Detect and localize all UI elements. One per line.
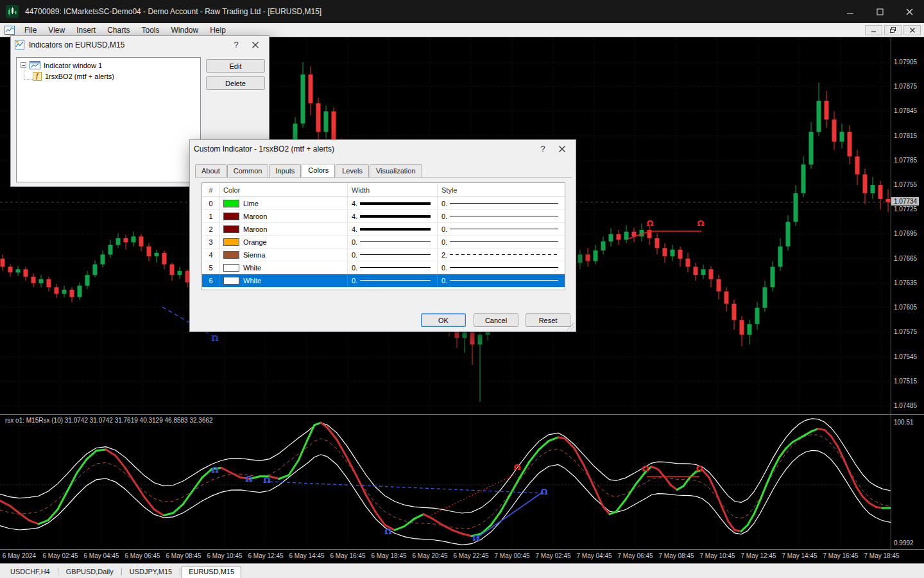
candle: [147, 243, 151, 261]
color-swatch: [223, 200, 239, 207]
candle: [309, 66, 313, 115]
tree-collapse-icon[interactable]: [21, 62, 26, 68]
style-line-sample: [450, 267, 558, 268]
child-close-button[interactable]: [903, 25, 921, 35]
tab-about[interactable]: About: [195, 164, 227, 177]
indicators-dialog-icon: [15, 40, 24, 49]
candle: [755, 302, 760, 329]
style-line-sample: [450, 229, 558, 229]
color-row-4[interactable]: 4Sienna0.2.: [202, 249, 565, 261]
style-value: 0.: [441, 200, 447, 207]
candle: [324, 106, 329, 139]
color-cell: White: [220, 261, 348, 274]
indicators-dialog-titlebar[interactable]: Indicators on EURUSD,M15 ?: [11, 36, 269, 53]
menu-item-tools[interactable]: Tools: [136, 24, 166, 36]
color-row-3[interactable]: 3Orange0.0.: [202, 236, 565, 249]
dialog-close-button[interactable]: [552, 142, 572, 156]
help-button[interactable]: ?: [533, 142, 552, 156]
width-value: 0.: [352, 264, 357, 272]
candle: [717, 275, 721, 299]
time-label: 7 May 16:45: [823, 552, 858, 559]
indicators-tree[interactable]: Indicator window 1 ƒ 1rsxBO2 (mtf + aler…: [16, 57, 201, 182]
width-cell: 0.: [348, 274, 438, 286]
candle: [694, 263, 698, 281]
dialog-close-button[interactable]: [246, 38, 265, 52]
window-maximize-button[interactable]: [865, 0, 894, 23]
price-label: 1.07875: [894, 83, 917, 90]
reset-button[interactable]: Reset: [526, 313, 570, 327]
signal-marker-red: Ω: [513, 462, 520, 472]
colors-table-header: #ColorWidthStyle: [202, 183, 565, 197]
candle: [31, 274, 36, 288]
upper-band-line: [0, 419, 891, 513]
alert-marker-blue: Ω: [211, 333, 218, 343]
candle: [39, 275, 44, 287]
style-cell: 0.: [438, 261, 565, 274]
price-axis[interactable]: 1.079051.078751.078451.078151.077851.077…: [891, 37, 924, 549]
help-button[interactable]: ?: [227, 38, 246, 52]
candle: [740, 316, 744, 346]
time-label: 6 May 2024: [3, 552, 36, 559]
window-close-button[interactable]: [894, 0, 924, 23]
menu-item-file[interactable]: File: [19, 24, 42, 36]
width-line-sample: [360, 241, 431, 242]
color-cell: Sienna: [220, 249, 348, 261]
candle: [786, 215, 791, 250]
child-restore-button[interactable]: [884, 25, 902, 35]
chart-tab-eurusd[interactable]: EURUSD,M15: [182, 566, 241, 578]
close-icon: [910, 28, 915, 33]
candle: [478, 330, 483, 402]
tab-levels[interactable]: Levels: [336, 164, 369, 177]
menu-item-view[interactable]: View: [42, 24, 71, 36]
color-row-1[interactable]: 1Maroon4.0.: [202, 210, 565, 223]
subwindow-splitter[interactable]: [0, 414, 924, 415]
signal-marker-blue: Ω: [540, 487, 547, 496]
menu-item-window[interactable]: Window: [166, 24, 205, 36]
style-cell: 0.: [438, 197, 565, 209]
row-index: 5: [202, 261, 220, 274]
child-minimize-button[interactable]: [865, 25, 882, 35]
tree-item-indicator[interactable]: ƒ 1rsxBO2 (mtf + alerts): [17, 70, 200, 82]
cancel-button[interactable]: Cancel: [474, 313, 518, 327]
style-cell: 0.: [438, 236, 565, 248]
candle: [855, 150, 860, 185]
row-index: 3: [202, 236, 220, 248]
resize-grip[interactable]: [567, 322, 574, 330]
chart-tab-usdchf[interactable]: USDCHF,H4: [4, 566, 56, 578]
width-cell: 0.: [348, 261, 438, 274]
color-row-5[interactable]: 5White0.0.: [202, 261, 565, 274]
window-minimize-button[interactable]: [835, 0, 865, 23]
price-label: 1.07545: [894, 353, 917, 360]
candle: [640, 223, 644, 241]
time-axis[interactable]: 6 May 20246 May 02:456 May 04:456 May 06…: [0, 550, 891, 563]
tree-connector: [24, 68, 33, 80]
color-row-0[interactable]: 0Lime4.0.: [202, 197, 565, 210]
chart-tab-gbpusd[interactable]: GBPUSD,Daily: [60, 566, 120, 578]
candle: [55, 284, 59, 298]
custom-dialog-titlebar[interactable]: Custom Indicator - 1rsxBO2 (mtf + alerts…: [190, 140, 576, 157]
style-value: 0.: [441, 225, 447, 233]
menu-item-insert[interactable]: Insert: [71, 24, 101, 36]
tree-item-label: 1rsxBO2 (mtf + alerts): [45, 73, 114, 80]
edit-button[interactable]: Edit: [206, 59, 265, 73]
indicator-subwindow-canvas[interactable]: ΩΩΩΩΩΩΩΩΩ: [0, 415, 891, 549]
tab-visualization[interactable]: Visualization: [370, 164, 422, 177]
minimize-icon: [847, 8, 854, 15]
candle: [108, 240, 113, 258]
signal-marker-red: Ω: [642, 464, 649, 473]
tree-item-indicator-window[interactable]: Indicator window 1: [17, 58, 200, 70]
delete-button[interactable]: Delete: [206, 76, 265, 90]
menu-item-charts[interactable]: Charts: [101, 24, 135, 36]
color-row-6[interactable]: 6White0.0.: [202, 274, 565, 287]
tab-inputs[interactable]: Inputs: [269, 164, 301, 177]
color-row-2[interactable]: 2Maroon4.0.: [202, 223, 565, 236]
chart-tab-usdjpy[interactable]: USDJPY,M15: [123, 566, 178, 578]
price-label: 1.07575: [894, 328, 917, 335]
column-header-width: Width: [348, 183, 438, 197]
tab-common[interactable]: Common: [227, 164, 269, 177]
tab-colors[interactable]: Colors: [302, 164, 335, 178]
tree-item-label: Indicator window 1: [44, 62, 102, 69]
ok-button[interactable]: OK: [421, 313, 466, 327]
candle: [617, 230, 621, 245]
menu-item-help[interactable]: Help: [204, 24, 232, 36]
